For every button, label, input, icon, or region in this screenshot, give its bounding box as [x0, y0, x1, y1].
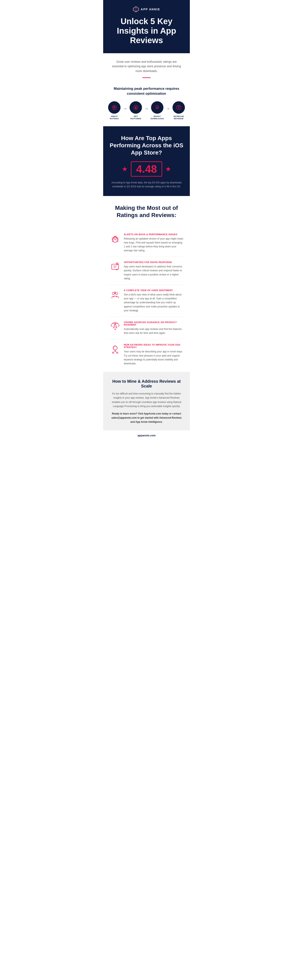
mine-section: How to Mine & Address Reviews at Scale I…: [103, 372, 190, 430]
star-icon-left: ★: [122, 165, 128, 173]
flow-label-get-featured: GETFEATURED: [131, 115, 141, 120]
footer-url: appannie.com: [137, 434, 155, 437]
insight-item-keywords: NEW KEYWORD IDEAS TO IMPROVE YOUR ASO ST…: [107, 339, 186, 370]
flow-circle-boost-downloads: [151, 101, 163, 114]
top-apps-title: How Are Top Apps Performing Across the i…: [109, 135, 184, 156]
flow-label-increase-revenue: INCREASEREVENUE: [174, 115, 184, 120]
subheader-section: Great user reviews and enthusiastic rati…: [103, 53, 190, 84]
svg-point-22: [115, 237, 116, 238]
insight-title-rapid: OPPORTUNITIES FOR RAPID RESPONSE: [124, 261, 184, 264]
svg-text:$: $: [178, 106, 180, 109]
insight-title-roadmap: CROWD-SOURCED GUIDANCE ON PRODUCT ROADMA…: [124, 321, 184, 326]
insight-content-keywords: NEW KEYWORD IDEAS TO IMPROVE YOUR ASO ST…: [124, 344, 184, 366]
sentiment-icon-wrap: [109, 289, 121, 301]
flow-arrow-2: →: [145, 106, 148, 111]
svg-line-45: [114, 347, 114, 348]
flow-circle-increase-revenue: $: [172, 101, 185, 114]
flow-label-great-ratings: GREATRATINGS: [110, 115, 119, 120]
insight-title-sentiment: A COMPLETE VIEW OF USER SENTIMENT: [124, 289, 184, 291]
great-ratings-icon: [111, 104, 118, 111]
svg-line-24: [116, 235, 116, 236]
flow-item-great-ratings: GREATRATINGS: [107, 101, 121, 120]
pink-divider: [142, 77, 151, 78]
top-apps-section: How Are Top Apps Performing Across the i…: [103, 126, 190, 196]
insights-list: ALERTS ON BUGS & PERFORMANCE ISSUES Rele…: [103, 229, 190, 372]
svg-point-41: [113, 346, 117, 350]
insight-title-bugs: ALERTS ON BUGS & PERFORMANCE ISSUES: [124, 233, 184, 235]
flow-item-increase-revenue: $ INCREASEREVENUE: [172, 101, 186, 120]
insight-desc-roadmap: Automatically scan app reviews and find …: [124, 327, 184, 335]
app-annie-logo-icon: [133, 6, 139, 13]
keywords-icon-wrap: [109, 344, 121, 355]
insight-desc-sentiment: Get a bird's eye view of what users real…: [124, 293, 184, 313]
flow-item-get-featured: GETFEATURED: [129, 101, 143, 120]
rating-number: 4.48: [136, 163, 157, 175]
flow-circle-get-featured: [130, 101, 142, 114]
insight-content-rapid: OPPORTUNITIES FOR RAPID RESPONSE App use…: [124, 261, 184, 281]
rating-box: 4.48: [131, 161, 162, 177]
mine-cta: Ready to learn more? Visit AppAnnie.com …: [109, 412, 184, 424]
rapid-icon-wrap: [109, 261, 121, 272]
insight-content-bugs: ALERTS ON BUGS & PERFORMANCE ISSUES Rele…: [124, 233, 184, 253]
svg-line-23: [114, 235, 115, 236]
flow-circle-great-ratings: [108, 101, 121, 114]
insight-item-sentiment: A COMPLETE VIEW OF USER SENTIMENT Get a …: [107, 285, 186, 317]
insight-item-bugs: ALERTS ON BUGS & PERFORMANCE ISSUES Rele…: [107, 229, 186, 257]
flow-row: GREATRATINGS → GETFEATURED →: [107, 101, 186, 120]
subheader-text: Great user reviews and enthusiastic rati…: [111, 59, 182, 73]
svg-line-37: [118, 323, 119, 326]
svg-line-26: [115, 240, 116, 240]
flow-arrow-1: →: [123, 106, 127, 111]
logo-area: APP ANNIE: [107, 6, 186, 13]
most-title: Making the Most out of Ratings and Revie…: [109, 204, 184, 219]
bugs-icon: [110, 234, 120, 244]
boost-downloads-icon: [154, 104, 160, 111]
roadmap-icon: [110, 321, 120, 332]
keyword-ideas-icon: [110, 344, 120, 355]
peak-title: Maintaining peak performance requires co…: [107, 86, 186, 96]
most-section: Making the Most out of Ratings and Revie…: [103, 196, 190, 229]
insight-title-keywords: NEW KEYWORD IDEAS TO IMPROVE YOUR ASO ST…: [124, 344, 184, 348]
insight-desc-keywords: Your users may be describing your app in…: [124, 350, 184, 366]
roadmap-icon-wrap: [109, 321, 121, 332]
get-featured-icon: [133, 104, 139, 111]
peak-section: Maintaining peak performance requires co…: [103, 84, 190, 126]
star-icon-right: ★: [165, 165, 171, 173]
insight-content-roadmap: CROWD-SOURCED GUIDANCE ON PRODUCT ROADMA…: [124, 321, 184, 335]
rating-display: ★ 4.48 ★: [109, 161, 184, 177]
user-sentiment-icon: [110, 290, 120, 300]
insight-content-sentiment: A COMPLETE VIEW OF USER SENTIMENT Get a …: [124, 289, 184, 313]
header-section: APP ANNIE Unlock 5 Key Insights in App R…: [103, 0, 190, 53]
rating-description: According to App Annie data, the top 50 …: [109, 181, 184, 189]
bugs-icon-wrap: [109, 233, 121, 245]
mine-title: How to Mine & Address Reviews at Scale: [109, 379, 184, 388]
svg-rect-27: [111, 264, 118, 269]
hero-title: Unlock 5 Key Insights in App Reviews: [107, 16, 186, 45]
svg-line-36: [111, 323, 113, 326]
flow-label-boost-downloads: BOOSTDOWNLOADS: [151, 115, 164, 120]
flow-item-boost-downloads: BOOSTDOWNLOADS: [150, 101, 164, 120]
insight-desc-rapid: App users want developers to address the…: [124, 265, 184, 281]
footer: appannie.com: [103, 430, 190, 440]
insight-item-roadmap: CROWD-SOURCED GUIDANCE ON PRODUCT ROADMA…: [107, 317, 186, 339]
increase-revenue-icon: $: [175, 104, 182, 111]
flow-arrow-3: →: [166, 106, 170, 111]
mine-cta-bold: Ready to learn more? Visit AppAnnie.com …: [111, 412, 182, 423]
insight-desc-bugs: Releasing an updated version of your app…: [124, 237, 184, 253]
mine-desc: It's too difficult and time-consuming to…: [109, 391, 184, 409]
svg-point-21: [114, 237, 115, 238]
logo-text: APP ANNIE: [141, 8, 160, 11]
rapid-response-icon: [110, 262, 120, 272]
insight-item-rapid: OPPORTUNITIES FOR RAPID RESPONSE App use…: [107, 257, 186, 285]
